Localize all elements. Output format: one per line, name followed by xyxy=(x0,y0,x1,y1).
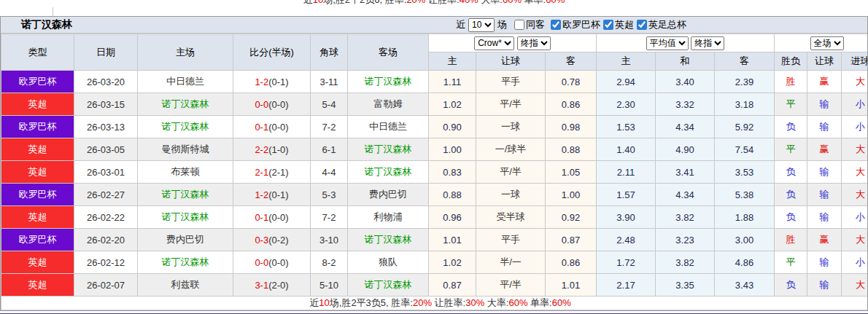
clipped-summary-above: 近10场,胜2平2负6, 胜率:20% 让胜率:40% 大率:60% 单率:60… xyxy=(0,0,868,7)
league-badge-cell: 欧罗巴杯 xyxy=(1,116,74,138)
home-team-cell[interactable]: 费内巴切 xyxy=(138,229,233,251)
league-badge-cell: 英超 xyxy=(1,251,74,274)
away-team-cell[interactable]: 诺丁汉森林 xyxy=(348,138,429,161)
result-cell: 胜 xyxy=(775,229,807,251)
europe-stage-select[interactable]: 终指 xyxy=(691,36,724,50)
result-cell: 负 xyxy=(775,206,807,229)
table-row: 英超26-03-01布莱顿2-1(2-1)4-4诺丁汉森林0.83平/半1.05… xyxy=(1,161,868,184)
away-team-cell[interactable]: 狼队 xyxy=(348,251,429,274)
result-cell: 负 xyxy=(775,116,807,138)
same-away-checkbox[interactable] xyxy=(514,20,524,30)
away-team-cell[interactable]: 利物浦 xyxy=(348,206,429,229)
home-team-cell[interactable]: 中日德兰 xyxy=(138,71,233,93)
table-row: 英超26-02-12诺丁汉森林0-0(0-0)8-2狼队1.02半/一0.861… xyxy=(1,251,868,274)
team-history-panel: 诺丁汉森林 近 10 场 同客 欧罗巴杯 英超 英足总杯 xyxy=(0,16,868,311)
table-row: 英超26-03-15诺丁汉森林0-0(0-0)5-4富勒姆1.02平/半0.86… xyxy=(1,93,868,116)
asian-handicap-cell: 一/球半 xyxy=(476,138,546,161)
score-cell: 0-0(0-0) xyxy=(233,251,311,274)
euro-home-odds-cell: 2.11 xyxy=(597,161,656,184)
filter-epl-checkbox[interactable] xyxy=(603,20,613,30)
filter-facup-label: 英足总杯 xyxy=(648,18,686,31)
goals-result-cell: 小 xyxy=(842,116,868,138)
result-cell: 平 xyxy=(775,138,807,161)
asian-away-odds-cell: 0.86 xyxy=(546,251,597,274)
recent-count-select[interactable]: 10 xyxy=(468,18,495,32)
euro-away-odds-cell: 4.86 xyxy=(715,251,775,274)
goals-result-cell: 大 xyxy=(842,274,868,297)
home-team-cell[interactable]: 布莱顿 xyxy=(138,161,233,184)
away-team-cell[interactable]: 诺丁汉森林 xyxy=(348,229,429,251)
corners-cell: 5-10 xyxy=(311,274,348,297)
asian-handicap-cell: 一球 xyxy=(476,184,546,206)
clipped-summary-text: 近10场,胜2平2负6, 胜率:20% 让胜率:40% 大率:60% 单率:60… xyxy=(0,0,868,7)
home-team-cell[interactable]: 诺丁汉森林 xyxy=(138,184,233,206)
summary-part: 单率: xyxy=(527,297,551,308)
table-row: 欧罗巴杯26-02-27诺丁汉森林1-2(0-1)5-3费内巴切0.88一球1.… xyxy=(1,184,868,206)
handicap-result-cell: 输 xyxy=(807,161,842,184)
asian-away-odds-cell: 0.88 xyxy=(546,138,597,161)
odds-company-select[interactable]: Crow* xyxy=(474,36,514,50)
euro-home-odds-cell: 1.53 xyxy=(597,116,656,138)
home-team-cell[interactable]: 曼彻斯特城 xyxy=(138,138,233,161)
euro-draw-odds-cell: 3.40 xyxy=(656,71,715,93)
handicap-result-cell: 输 xyxy=(807,274,842,297)
odds-company-stage-select[interactable]: 终指 xyxy=(517,36,551,50)
match-rows: 欧罗巴杯26-03-20中日德兰1-2(0-1)3-11诺丁汉森林1.11平手0… xyxy=(1,71,868,297)
euro-draw-odds-cell: 3.23 xyxy=(656,229,715,251)
result-cell: 负 xyxy=(775,161,807,184)
league-badge-cell: 英超 xyxy=(1,93,74,116)
home-team-cell[interactable]: 诺丁汉森林 xyxy=(138,206,233,229)
asian-handicap-cell: 平/半 xyxy=(476,274,546,297)
score-cell: 2-2(1-0) xyxy=(233,138,311,161)
asian-away-odds-cell: 0.98 xyxy=(546,116,597,138)
scope-select[interactable]: 全场 xyxy=(810,36,844,50)
score-cell: 2-1(2-1) xyxy=(233,161,311,184)
table-row: 英超26-02-07利兹联3-1(2-0)5-10诺丁汉森林0.87平/半1.0… xyxy=(1,274,868,297)
corners-cell: 3-11 xyxy=(311,71,348,93)
table-row: 欧罗巴杯26-03-13诺丁汉森林0-1(0-0)7-2中日德兰0.90一球0.… xyxy=(1,116,868,138)
home-team-cell[interactable]: 利兹联 xyxy=(138,274,233,297)
date-cell: 26-03-13 xyxy=(74,116,138,138)
away-team-cell[interactable]: 中日德兰 xyxy=(348,116,429,138)
col-header-euro-draw: 和 xyxy=(656,52,715,71)
league-badge-cell: 英超 xyxy=(1,274,74,297)
goals-result-cell: 大 xyxy=(842,161,868,184)
home-team-cell[interactable]: 诺丁汉森林 xyxy=(138,251,233,274)
summary-part: 场,胜2平3负5, 胜率: xyxy=(330,297,413,308)
euro-home-odds-cell: 2.94 xyxy=(597,71,656,93)
summary-part: 场,胜2平2负6, 胜率: xyxy=(323,0,406,5)
away-team-cell[interactable]: 富勒姆 xyxy=(348,93,429,116)
col-header-handicap-result: 让球 xyxy=(807,52,842,71)
halftime-score: (0-0) xyxy=(268,257,288,268)
home-team-cell[interactable]: 诺丁汉森林 xyxy=(138,116,233,138)
europe-avg-select[interactable]: 平均值 xyxy=(646,36,689,50)
summary-part: 10 xyxy=(319,297,329,308)
asian-away-odds-cell: 1.01 xyxy=(546,274,597,297)
col-header-home: 主场 xyxy=(138,34,233,71)
euro-draw-odds-cell: 4.90 xyxy=(656,138,715,161)
col-header-result: 胜负 xyxy=(775,52,807,71)
away-team-cell[interactable]: 诺丁汉森林 xyxy=(348,274,429,297)
away-team-cell[interactable]: 费内巴切 xyxy=(348,184,429,206)
corners-cell: 7-2 xyxy=(311,116,348,138)
col-header-euro-away: 客 xyxy=(715,52,775,71)
filter-facup-checkbox[interactable] xyxy=(637,20,647,30)
score-cell: 0-3(0-2) xyxy=(233,229,311,251)
fulltime-score: 2-1 xyxy=(255,167,268,178)
away-team-cell[interactable]: 诺丁汉森林 xyxy=(348,161,429,184)
games-label: 场 xyxy=(497,18,507,31)
asian-away-odds-cell: 1.00 xyxy=(546,184,597,206)
goals-result-cell: 大 xyxy=(842,184,868,206)
halftime-score: (1-0) xyxy=(268,144,288,155)
home-team-cell[interactable]: 诺丁汉森林 xyxy=(138,93,233,116)
league-badge-cell: 英超 xyxy=(1,161,74,184)
euro-home-odds-cell: 2.30 xyxy=(597,93,656,116)
asian-handicap-cell: 一球 xyxy=(476,116,546,138)
filter-europa-checkbox[interactable] xyxy=(551,20,561,30)
away-team-cell[interactable]: 诺丁汉森林 xyxy=(348,71,429,93)
asian-away-odds-cell: 1.05 xyxy=(546,161,597,184)
euro-draw-odds-cell: 3.82 xyxy=(656,206,715,229)
date-cell: 26-03-05 xyxy=(74,138,138,161)
scope-select-cell: 全场 xyxy=(775,34,868,52)
date-cell: 26-03-20 xyxy=(74,71,138,93)
